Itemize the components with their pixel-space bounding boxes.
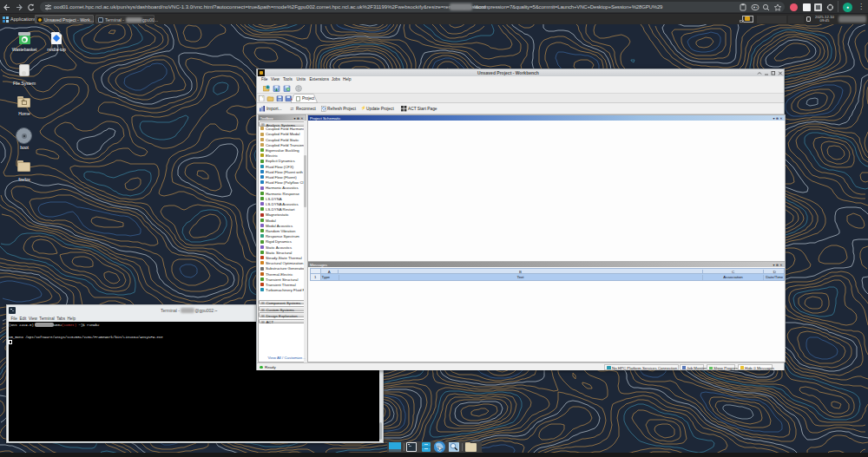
svg-text:•: • [756,5,758,10]
